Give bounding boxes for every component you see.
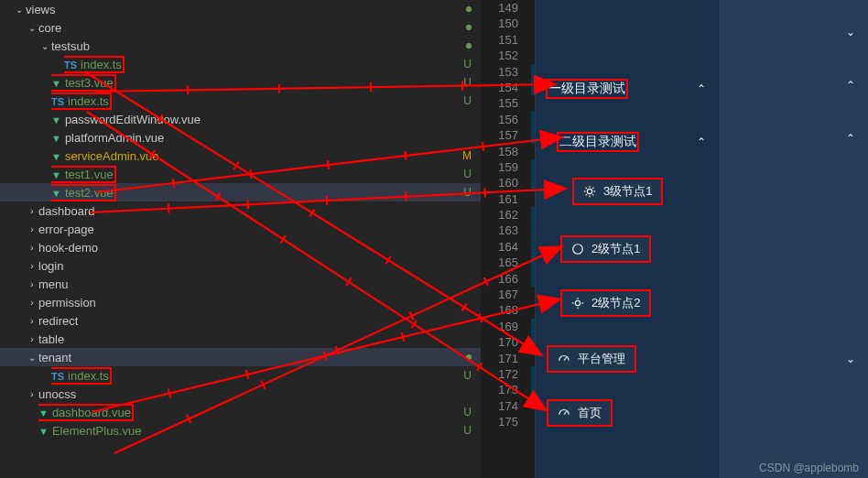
nav-menu-level1[interactable]: 一级目录测试 ⌃ [536,71,719,106]
tree-row[interactable]: ▼ElementPlus.vueU [0,421,481,440]
chevron-icon: ⌄ [38,41,51,51]
line-number: 174 [481,398,535,414]
tree-row[interactable]: TSindex.tsU [0,92,481,110]
line-number: 166 [481,271,535,287]
tree-row[interactable]: ▼test3.vueU [0,73,481,92]
svg-line-6 [592,194,593,195]
chevron-down-icon[interactable]: ⌄ [846,353,855,365]
tree-row[interactable]: ›redirect [0,311,481,330]
line-number: 158 [481,144,535,159]
tree-row[interactable]: ▼serviceAdmin.vueM [0,147,481,165]
chevron-icon: › [26,316,38,326]
tree-row[interactable]: ▼test2.vueU [0,183,481,201]
line-number: 168 [481,302,535,318]
typescript-icon: TS [51,96,64,107]
tree-row[interactable]: ›error-page [0,220,481,238]
app-nav-panel: 一级目录测试 ⌃ 二级目录测试 ⌃ 3级节点1 2级节点1 2级节点2 平台管理… [536,0,719,478]
tree-item-label: ▼dashboard.vue [38,404,459,421]
vue-icon: ▼ [51,114,61,125]
tree-row[interactable]: ▼dashboard.vueU [0,403,481,421]
tree-row[interactable]: ›table [0,330,481,348]
svg-line-5 [586,188,587,189]
chevron-icon: ⌄ [26,23,38,33]
tree-row[interactable]: ⌄testsub [0,37,481,55]
chevron-up-icon: ⌃ [697,82,706,95]
line-number: 167 [481,287,535,302]
tree-item-label: TSindex.ts [64,56,459,73]
git-status: U [459,76,472,89]
line-number: 160 [481,175,535,190]
tree-item-label: ▼serviceAdmin.vue [51,149,459,163]
git-status: U [459,58,472,71]
line-number: 175 [481,414,535,429]
svg-line-8 [592,188,593,189]
nav-node-2-2[interactable]: 2级节点2 [560,289,651,317]
tree-row[interactable]: ▼passwordEditWindow.vue [0,110,481,128]
git-status: U [459,94,472,107]
line-number: 155 [481,95,535,111]
svg-line-15 [564,357,567,361]
vue-icon: ▼ [51,78,61,89]
tree-row[interactable]: ⌄core [0,18,481,37]
tree-row[interactable]: ›permission [0,293,481,311]
nav-menu-level2[interactable]: 二级目录测试 ⌃ [536,125,719,159]
chevron-up-icon[interactable]: ⌃ [846,79,855,92]
nav-home-label: 首页 [578,405,602,421]
nav-platform-mgmt[interactable]: 平台管理 [547,345,636,373]
line-number: 172 [481,366,535,382]
vue-icon: ▼ [51,133,61,144]
editor-line-gutter: 1491501511521531541551561571581591601611… [481,0,536,478]
tree-row[interactable]: ⌄views [0,0,481,18]
tree-item-label: menu [38,277,459,291]
nav-node-2-2-label: 2级节点2 [591,295,640,311]
line-number: 173 [481,382,535,397]
tree-item-label: TSindex.ts [51,92,459,110]
tree-row[interactable]: ›dashboard [0,201,481,220]
tree-row[interactable]: ›menu [0,275,481,293]
tree-item-label: ▼ElementPlus.vue [38,424,459,438]
tree-item-label: ▼test1.vue [51,166,459,183]
file-explorer[interactable]: ⌄views⌄core⌄testsubTSindex.tsU▼test3.vue… [0,0,481,478]
git-status: U [459,186,472,199]
chevron-icon: › [26,389,38,399]
tree-item-label: dashboard [38,204,459,218]
line-number: 157 [481,127,535,143]
vue-icon: ▼ [51,169,61,180]
git-status: U [459,168,472,180]
watermark-text: CSDN @applebomb [759,462,859,474]
tree-item-label: hook-demo [38,241,459,255]
tree-row[interactable]: ›login [0,256,481,275]
vue-icon: ▼ [38,426,49,437]
dashboard-icon [558,353,570,365]
line-number: 171 [481,351,535,366]
tree-item-label: login [38,259,459,273]
line-number: 153 [481,64,535,80]
line-number: 154 [481,80,535,95]
git-status: U [459,406,472,418]
nav-menu-level2-label: 二级目录测试 [557,132,639,152]
nav-node-2-1[interactable]: 2级节点1 [560,235,651,263]
line-number: 169 [481,319,535,334]
chevron-up-icon[interactable]: ⌃ [846,132,855,145]
chevron-icon: › [26,261,38,271]
chevron-icon: › [26,224,38,234]
nav-platform-mgmt-label: 平台管理 [578,351,625,367]
tree-row[interactable]: ⌄tenant [0,348,481,366]
tree-row[interactable]: ▼test1.vueU [0,165,481,183]
tree-row[interactable]: TSindex.tsU [0,366,481,385]
git-dot-icon [466,6,472,12]
line-number: 163 [481,223,535,238]
git-status: M [459,149,472,162]
tree-row[interactable]: ›unocss [0,385,481,403]
svg-point-9 [573,244,583,255]
chevron-icon: ⌄ [26,353,38,363]
chevron-icon: › [26,334,38,344]
tree-row[interactable]: ▼platformAdmin.vue [0,128,481,147]
nav-node-3-1[interactable]: 3级节点1 [572,178,663,205]
nav-home[interactable]: 首页 [547,399,613,427]
chevron-down-icon[interactable]: ⌄ [846,26,855,38]
chevron-icon: › [26,206,38,216]
tree-row[interactable]: TSindex.tsU [0,55,481,73]
tree-row[interactable]: ›hook-demo [0,238,481,256]
tree-item-label: ▼test3.vue [51,74,459,92]
